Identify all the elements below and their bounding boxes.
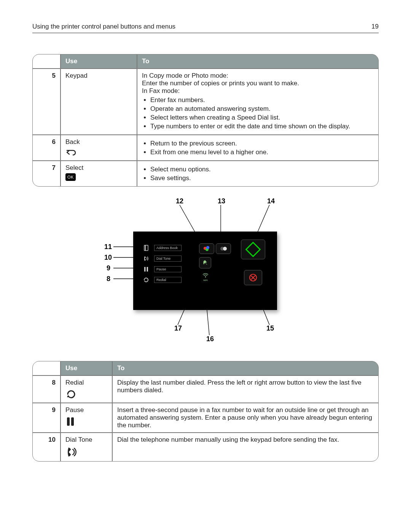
menu-item: Redial — [142, 275, 188, 284]
table-row: 10 Dial Tone Dial the telephone number m… — [32, 433, 379, 462]
dial-tone-icon — [142, 254, 150, 263]
svg-point-24 — [205, 276, 206, 278]
th-use: Use — [61, 54, 137, 69]
control-panel-diagram: Address Book Dial Tone Pause — [91, 197, 320, 346]
th-use: Use — [61, 361, 112, 375]
pause-icon — [65, 416, 107, 427]
callout-11: 11 — [104, 243, 112, 251]
table-row: 8 Redial Display the last number dialed.… — [32, 375, 379, 403]
svg-rect-11 — [145, 245, 146, 251]
th-to: To — [137, 54, 379, 69]
pause-icon — [142, 265, 150, 273]
callout-16: 16 — [206, 335, 214, 343]
svg-rect-20 — [246, 243, 260, 257]
address-book-icon — [142, 244, 150, 252]
svg-rect-26 — [71, 417, 74, 426]
controls-table-1: Use To 5 Keypad In Copy mode or Photo mo… — [32, 54, 379, 187]
callout-10: 10 — [104, 254, 112, 262]
th-to: To — [112, 361, 379, 375]
redial-icon — [65, 389, 107, 399]
ok-icon: OK — [65, 173, 76, 181]
callout-14: 14 — [267, 197, 275, 205]
menu-item: Dial Tone — [142, 254, 188, 263]
header-title: Using the printer control panel buttons … — [32, 23, 175, 30]
svg-point-18 — [223, 247, 227, 251]
start-button[interactable] — [241, 240, 265, 259]
control-panel: Address Book Dial Tone Pause — [133, 232, 277, 310]
svg-rect-13 — [147, 267, 148, 272]
back-icon — [65, 148, 132, 157]
controls-table-2: Use To 8 Redial Display the last number … — [32, 361, 379, 462]
redial-icon — [142, 276, 150, 284]
callout-9: 9 — [107, 264, 110, 272]
table-row: 9 Pause Insert a three-second pause in a… — [32, 403, 379, 433]
table-row: 5 Keypad In Copy mode or Photo mode: Ent… — [32, 69, 379, 135]
svg-point-16 — [206, 246, 209, 249]
page-header: Using the printer control panel buttons … — [32, 23, 379, 33]
page-number: 19 — [371, 23, 379, 30]
color-button[interactable] — [199, 243, 214, 254]
table-row: 7 Select OK Select menu options. Save se… — [32, 161, 379, 187]
callout-8: 8 — [107, 275, 110, 283]
dial-tone-icon — [65, 446, 107, 458]
bw-button[interactable] — [216, 243, 231, 254]
menu-item: Pause — [142, 265, 188, 274]
stop-button[interactable] — [244, 270, 262, 285]
callout-13: 13 — [218, 197, 225, 205]
table-row: 6 Back Return to the previous screen. Ex… — [32, 135, 379, 161]
callout-12: 12 — [176, 197, 183, 205]
menu-item: Address Book — [142, 243, 188, 252]
svg-rect-12 — [144, 267, 146, 272]
svg-rect-25 — [67, 417, 70, 426]
callout-17: 17 — [174, 324, 182, 332]
eco-button[interactable] — [199, 257, 211, 268]
svg-rect-10 — [144, 245, 148, 251]
wifi-indicator: WiFi — [202, 272, 209, 280]
callout-15: 15 — [266, 324, 274, 332]
